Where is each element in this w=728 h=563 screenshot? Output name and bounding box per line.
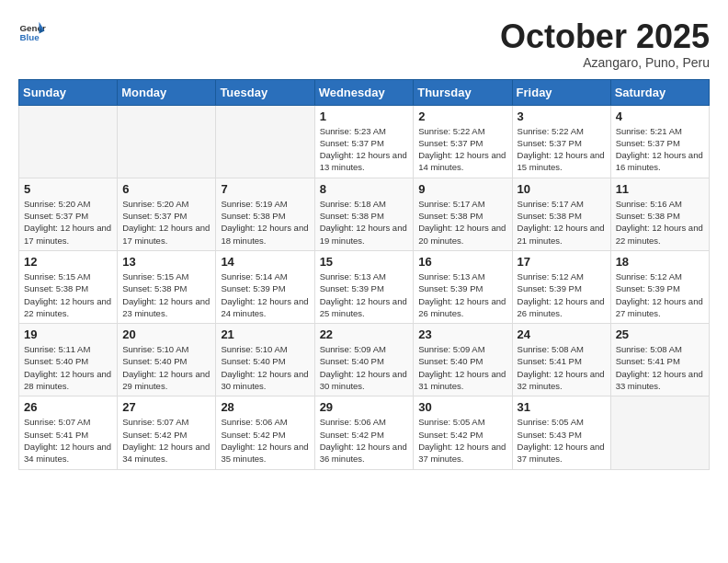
weekday-header: Thursday: [414, 79, 512, 105]
weekday-header: Tuesday: [216, 79, 314, 105]
calendar-week-row: 5Sunrise: 5:20 AMSunset: 5:37 PMDaylight…: [19, 178, 710, 250]
day-info: Sunrise: 5:15 AMSunset: 5:38 PMDaylight:…: [122, 270, 210, 319]
day-number: 19: [24, 327, 112, 341]
day-info: Sunrise: 5:18 AMSunset: 5:38 PMDaylight:…: [320, 198, 409, 247]
day-info: Sunrise: 5:12 AMSunset: 5:39 PMDaylight:…: [616, 270, 704, 319]
day-info: Sunrise: 5:05 AMSunset: 5:42 PMDaylight:…: [418, 416, 506, 465]
month-title: October 2025: [500, 18, 710, 55]
day-number: 5: [24, 182, 112, 196]
day-info: Sunrise: 5:14 AMSunset: 5:39 PMDaylight:…: [221, 270, 309, 319]
day-info: Sunrise: 5:17 AMSunset: 5:38 PMDaylight:…: [418, 198, 506, 247]
calendar-cell: 3Sunrise: 5:22 AMSunset: 5:37 PMDaylight…: [512, 105, 610, 178]
day-info: Sunrise: 5:15 AMSunset: 5:38 PMDaylight:…: [24, 270, 112, 319]
calendar-cell: 19Sunrise: 5:11 AMSunset: 5:40 PMDayligh…: [19, 324, 118, 396]
calendar-cell: [216, 105, 314, 178]
calendar-cell: [19, 105, 118, 178]
day-number: 4: [616, 109, 704, 123]
calendar-cell: 31Sunrise: 5:05 AMSunset: 5:43 PMDayligh…: [512, 396, 610, 469]
day-number: 24: [518, 327, 606, 341]
calendar-week-row: 1Sunrise: 5:23 AMSunset: 5:37 PMDaylight…: [19, 105, 710, 178]
calendar-cell: 18Sunrise: 5:12 AMSunset: 5:39 PMDayligh…: [610, 250, 709, 323]
weekday-header-row: SundayMondayTuesdayWednesdayThursdayFrid…: [19, 79, 710, 105]
calendar-cell: 26Sunrise: 5:07 AMSunset: 5:41 PMDayligh…: [19, 396, 118, 469]
day-number: 11: [616, 182, 704, 196]
calendar-cell: 10Sunrise: 5:17 AMSunset: 5:38 PMDayligh…: [512, 178, 610, 250]
day-number: 21: [221, 327, 309, 341]
calendar-week-row: 19Sunrise: 5:11 AMSunset: 5:40 PMDayligh…: [19, 324, 710, 396]
day-info: Sunrise: 5:09 AMSunset: 5:40 PMDaylight:…: [418, 343, 506, 392]
day-info: Sunrise: 5:20 AMSunset: 5:37 PMDaylight:…: [122, 198, 210, 247]
day-info: Sunrise: 5:22 AMSunset: 5:37 PMDaylight:…: [418, 125, 506, 174]
day-info: Sunrise: 5:10 AMSunset: 5:40 PMDaylight:…: [122, 343, 210, 392]
calendar-cell: 27Sunrise: 5:07 AMSunset: 5:42 PMDayligh…: [118, 396, 216, 469]
day-info: Sunrise: 5:13 AMSunset: 5:39 PMDaylight:…: [418, 270, 506, 319]
weekday-header: Sunday: [19, 79, 118, 105]
day-number: 29: [320, 400, 409, 414]
day-number: 25: [616, 327, 704, 341]
day-info: Sunrise: 5:17 AMSunset: 5:38 PMDaylight:…: [518, 198, 606, 247]
day-info: Sunrise: 5:13 AMSunset: 5:39 PMDaylight:…: [320, 270, 409, 319]
day-info: Sunrise: 5:07 AMSunset: 5:42 PMDaylight:…: [122, 416, 210, 465]
calendar-week-row: 26Sunrise: 5:07 AMSunset: 5:41 PMDayligh…: [19, 396, 710, 469]
calendar-cell: 2Sunrise: 5:22 AMSunset: 5:37 PMDaylight…: [414, 105, 512, 178]
day-number: 27: [122, 400, 210, 414]
day-number: 12: [24, 255, 112, 269]
day-info: Sunrise: 5:08 AMSunset: 5:41 PMDaylight:…: [518, 343, 606, 392]
calendar-cell: 13Sunrise: 5:15 AMSunset: 5:38 PMDayligh…: [118, 250, 216, 323]
day-number: 14: [221, 255, 309, 269]
calendar-cell: 17Sunrise: 5:12 AMSunset: 5:39 PMDayligh…: [512, 250, 610, 323]
calendar-cell: [610, 396, 709, 469]
calendar-cell: 16Sunrise: 5:13 AMSunset: 5:39 PMDayligh…: [414, 250, 512, 323]
calendar-cell: 11Sunrise: 5:16 AMSunset: 5:38 PMDayligh…: [610, 178, 709, 250]
calendar-cell: 15Sunrise: 5:13 AMSunset: 5:39 PMDayligh…: [314, 250, 414, 323]
day-number: 6: [122, 182, 210, 196]
day-info: Sunrise: 5:07 AMSunset: 5:41 PMDaylight:…: [24, 416, 112, 465]
day-number: 8: [320, 182, 409, 196]
day-number: 16: [418, 255, 506, 269]
calendar-cell: [118, 105, 216, 178]
day-info: Sunrise: 5:09 AMSunset: 5:40 PMDaylight:…: [320, 343, 409, 392]
calendar-cell: 21Sunrise: 5:10 AMSunset: 5:40 PMDayligh…: [216, 324, 314, 396]
calendar-cell: 23Sunrise: 5:09 AMSunset: 5:40 PMDayligh…: [414, 324, 512, 396]
calendar-cell: 29Sunrise: 5:06 AMSunset: 5:42 PMDayligh…: [314, 396, 414, 469]
svg-text:Blue: Blue: [20, 32, 40, 42]
weekday-header: Wednesday: [314, 79, 414, 105]
weekday-header: Saturday: [610, 79, 709, 105]
logo: General Blue: [18, 18, 46, 46]
calendar-cell: 25Sunrise: 5:08 AMSunset: 5:41 PMDayligh…: [610, 324, 709, 396]
calendar-cell: 5Sunrise: 5:20 AMSunset: 5:37 PMDaylight…: [19, 178, 118, 250]
calendar-cell: 14Sunrise: 5:14 AMSunset: 5:39 PMDayligh…: [216, 250, 314, 323]
day-number: 1: [320, 109, 409, 123]
weekday-header: Monday: [118, 79, 216, 105]
calendar-cell: 9Sunrise: 5:17 AMSunset: 5:38 PMDaylight…: [414, 178, 512, 250]
day-info: Sunrise: 5:22 AMSunset: 5:37 PMDaylight:…: [518, 125, 606, 174]
day-number: 17: [518, 255, 606, 269]
calendar-cell: 12Sunrise: 5:15 AMSunset: 5:38 PMDayligh…: [19, 250, 118, 323]
calendar-cell: 22Sunrise: 5:09 AMSunset: 5:40 PMDayligh…: [314, 324, 414, 396]
day-info: Sunrise: 5:05 AMSunset: 5:43 PMDaylight:…: [518, 416, 606, 465]
calendar-cell: 20Sunrise: 5:10 AMSunset: 5:40 PMDayligh…: [118, 324, 216, 396]
day-info: Sunrise: 5:11 AMSunset: 5:40 PMDaylight:…: [24, 343, 112, 392]
day-number: 9: [418, 182, 506, 196]
logo-icon: General Blue: [18, 18, 46, 46]
day-number: 3: [518, 109, 606, 123]
day-info: Sunrise: 5:16 AMSunset: 5:38 PMDaylight:…: [616, 198, 704, 247]
day-number: 13: [122, 255, 210, 269]
calendar-cell: 8Sunrise: 5:18 AMSunset: 5:38 PMDaylight…: [314, 178, 414, 250]
day-info: Sunrise: 5:06 AMSunset: 5:42 PMDaylight:…: [320, 416, 409, 465]
calendar-week-row: 12Sunrise: 5:15 AMSunset: 5:38 PMDayligh…: [19, 250, 710, 323]
day-number: 15: [320, 255, 409, 269]
page-header: General Blue October 2025 Azangaro, Puno…: [18, 18, 710, 70]
location-subtitle: Azangaro, Puno, Peru: [500, 55, 710, 70]
day-info: Sunrise: 5:20 AMSunset: 5:37 PMDaylight:…: [24, 198, 112, 247]
day-number: 26: [24, 400, 112, 414]
calendar-table: SundayMondayTuesdayWednesdayThursdayFrid…: [18, 79, 710, 470]
day-number: 23: [418, 327, 506, 341]
day-info: Sunrise: 5:23 AMSunset: 5:37 PMDaylight:…: [320, 125, 409, 174]
day-number: 31: [518, 400, 606, 414]
day-number: 20: [122, 327, 210, 341]
calendar-cell: 28Sunrise: 5:06 AMSunset: 5:42 PMDayligh…: [216, 396, 314, 469]
day-info: Sunrise: 5:10 AMSunset: 5:40 PMDaylight:…: [221, 343, 309, 392]
day-number: 30: [418, 400, 506, 414]
day-number: 18: [616, 255, 704, 269]
